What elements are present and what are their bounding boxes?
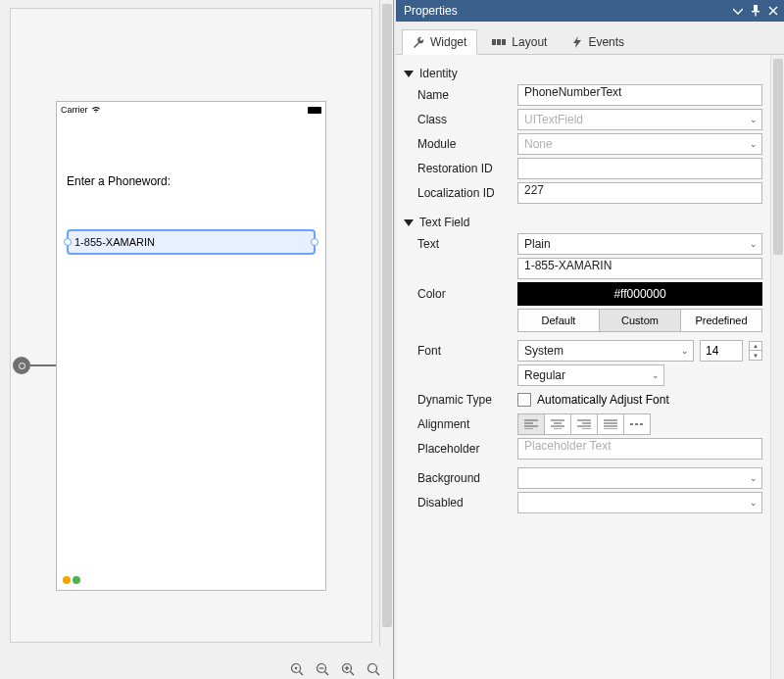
scrollbar-thumb[interactable] [773,59,783,255]
svg-rect-19 [502,39,506,45]
restoration-id-label: Restoration ID [417,162,517,175]
class-label: Class [417,113,517,126]
class-select[interactable]: UITextField⌄ [517,109,762,130]
class-value: UITextField [524,113,583,126]
resize-handle-right[interactable] [311,238,318,246]
align-right-button[interactable] [570,413,598,435]
section-textfield[interactable]: Text Field [404,216,762,229]
chevron-down-icon: ⌄ [652,370,660,380]
properties-tabs: Widget Layout Events [396,22,784,55]
svg-rect-17 [492,39,496,45]
chevron-down-icon: ⌄ [681,346,689,356]
svg-line-1 [300,672,304,676]
font-size-input[interactable]: 14 [700,340,743,362]
zoom-in-button[interactable] [340,661,356,677]
background-label: Background [417,471,517,485]
battery-icon [308,107,321,114]
zoom-controls [289,661,381,677]
svg-rect-14 [755,13,756,17]
font-weight-value: Regular [524,368,565,382]
disclosure-triangle-icon [404,71,414,77]
text-type-value: Plain [524,237,551,251]
tab-layout[interactable]: Layout [481,29,558,55]
svg-rect-13 [752,11,760,13]
colormode-predefined[interactable]: Predefined [680,309,762,332]
svg-line-7 [351,672,355,676]
panel-titlebar[interactable]: Properties [396,0,784,22]
resize-handle-left[interactable] [64,238,72,246]
ok-dot-icon [73,576,80,584]
font-weight-select[interactable]: Regular⌄ [517,364,664,386]
zoom-out-button[interactable] [315,661,330,677]
chevron-down-icon: ⌄ [750,139,758,149]
disabled-select[interactable]: ⌄ [517,492,762,513]
align-justify-button[interactable] [597,413,624,435]
align-left-icon [524,419,538,429]
color-swatch[interactable]: #ff000000 [517,282,762,306]
alignment-group [517,413,762,435]
align-left-button[interactable] [517,413,545,435]
chevron-down-icon: ▼ [753,353,759,359]
phoneword-label[interactable]: Enter a Phoneword: [67,174,316,188]
align-justify-icon [604,419,617,429]
svg-rect-12 [754,5,758,11]
lightning-icon [572,36,582,48]
layout-icon [492,37,506,47]
localization-id-label: Localization ID [417,186,517,200]
align-right-icon [577,419,591,429]
scrollbar-thumb[interactable] [382,4,392,627]
chevron-up-icon: ▲ [753,343,759,349]
zoom-more-button[interactable] [366,661,381,677]
align-natural-button[interactable] [623,413,651,435]
properties-scroll-area[interactable]: Identity Name PhoneNumberText Class UITe… [396,55,770,679]
align-center-button[interactable] [544,413,571,435]
phone-frame[interactable]: Carrier Enter a Phoneword: 1-855-XAMARIN [56,101,326,591]
font-size-down[interactable]: ▼ [749,351,762,361]
section-identity[interactable]: Identity [404,67,762,80]
tab-events[interactable]: Events [562,29,635,55]
localization-id-input[interactable]: 227 [517,182,762,204]
colormode-default[interactable]: Default [517,309,600,332]
font-family-select[interactable]: System⌄ [517,340,694,362]
svg-point-2 [295,667,297,669]
colormode-custom[interactable]: Custom [599,309,681,332]
align-natural-icon [630,419,644,429]
restoration-id-input[interactable] [517,158,762,179]
module-select[interactable]: None⌄ [517,133,762,155]
designer-scrollbar[interactable] [379,0,393,647]
properties-scrollbar[interactable] [770,55,784,679]
tab-widget[interactable]: Widget [402,29,477,55]
designer-canvas[interactable]: Carrier Enter a Phoneword: 1-855-XAMARIN [10,8,372,643]
tab-events-label: Events [588,35,624,49]
background-select[interactable]: ⌄ [517,467,762,489]
close-icon[interactable] [766,4,780,18]
text-value-input[interactable]: 1-855-XAMARIN [517,258,762,279]
name-input[interactable]: PhoneNumberText [517,84,762,106]
phone-statusbar: Carrier [57,102,325,118]
module-value: None [524,137,553,151]
chevron-down-icon: ⌄ [750,473,758,483]
phone-bottom-indicators [63,576,80,584]
dynamic-type-label: Dynamic Type [417,393,517,407]
window-position-icon[interactable] [731,4,745,18]
placeholder-label: Placeholder [417,442,517,456]
wrench-icon [413,36,424,48]
font-size-stepper: ▲ ▼ [749,341,762,361]
font-family-value: System [524,344,564,358]
text-type-select[interactable]: Plain⌄ [517,233,762,255]
pin-icon[interactable] [749,4,762,18]
color-mode-segments: Default Custom Predefined [517,309,762,332]
warning-dot-icon [63,576,71,584]
placeholder-input[interactable]: Placeholder Text [517,438,762,460]
font-size-up[interactable]: ▲ [749,341,762,351]
wifi-icon [91,106,101,114]
font-label: Font [417,344,517,358]
color-label: Color [417,287,517,301]
svg-point-10 [368,664,377,673]
chevron-down-icon: ⌄ [750,115,758,124]
dynamic-type-checkbox[interactable] [517,393,531,407]
phoneword-textfield[interactable]: 1-855-XAMARIN [67,229,316,255]
section-identity-label: Identity [419,67,458,80]
module-label: Module [417,137,517,151]
zoom-fit-button[interactable] [289,661,305,677]
